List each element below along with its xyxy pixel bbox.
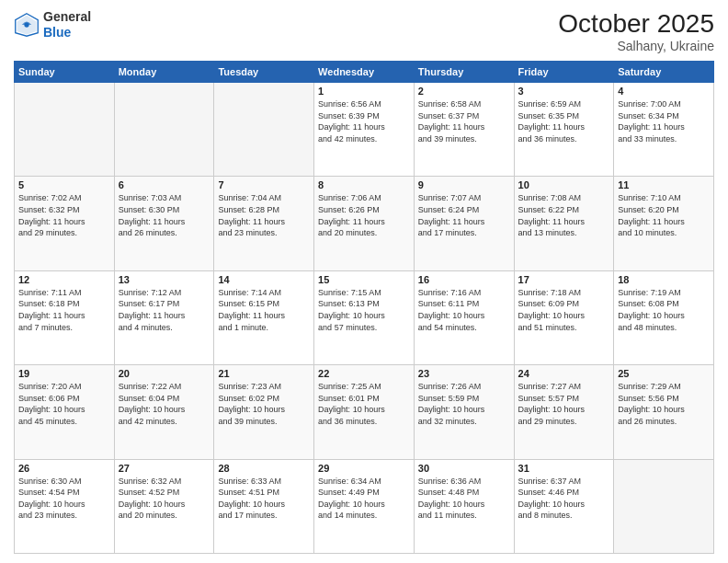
table-row: 15Sunrise: 7:15 AM Sunset: 6:13 PM Dayli… <box>314 270 415 364</box>
table-row: 5Sunrise: 7:02 AM Sunset: 6:32 PM Daylig… <box>15 177 115 270</box>
day-number: 14 <box>218 274 310 285</box>
day-info: Sunrise: 7:02 AM Sunset: 6:32 PM Dayligh… <box>18 192 110 238</box>
day-info: Sunrise: 7:10 AM Sunset: 6:20 PM Dayligh… <box>618 192 710 238</box>
day-number: 11 <box>618 179 710 190</box>
table-row: 6Sunrise: 7:03 AM Sunset: 6:30 PM Daylig… <box>114 177 214 270</box>
header-friday: Friday <box>514 62 614 83</box>
day-info: Sunrise: 6:34 AM Sunset: 4:49 PM Dayligh… <box>318 476 410 522</box>
day-info: Sunrise: 7:14 AM Sunset: 6:15 PM Dayligh… <box>218 287 310 333</box>
day-info: Sunrise: 7:20 AM Sunset: 6:06 PM Dayligh… <box>18 381 110 427</box>
table-row: 24Sunrise: 7:27 AM Sunset: 5:57 PM Dayli… <box>514 365 614 459</box>
day-number: 3 <box>518 86 610 97</box>
calendar-week-row: 19Sunrise: 7:20 AM Sunset: 6:06 PM Dayli… <box>15 365 714 459</box>
day-number: 12 <box>18 274 110 285</box>
day-info: Sunrise: 7:22 AM Sunset: 6:04 PM Dayligh… <box>119 381 210 427</box>
page: General Blue October 2025 Salhany, Ukrai… <box>0 0 728 563</box>
table-row: 10Sunrise: 7:08 AM Sunset: 6:22 PM Dayli… <box>514 177 614 270</box>
day-info: Sunrise: 6:30 AM Sunset: 4:54 PM Dayligh… <box>18 476 110 522</box>
day-number: 8 <box>318 179 410 190</box>
day-number: 10 <box>518 179 610 190</box>
day-info: Sunrise: 6:56 AM Sunset: 6:39 PM Dayligh… <box>318 98 410 144</box>
day-info: Sunrise: 6:59 AM Sunset: 6:35 PM Dayligh… <box>518 98 610 144</box>
table-row: 29Sunrise: 6:34 AM Sunset: 4:49 PM Dayli… <box>314 459 415 553</box>
logo-icon <box>14 12 40 38</box>
calendar-table: Sunday Monday Tuesday Wednesday Thursday… <box>14 61 714 554</box>
day-info: Sunrise: 7:26 AM Sunset: 5:59 PM Dayligh… <box>418 381 510 427</box>
day-number: 20 <box>119 368 210 379</box>
day-info: Sunrise: 7:15 AM Sunset: 6:13 PM Dayligh… <box>318 287 410 333</box>
calendar-week-row: 5Sunrise: 7:02 AM Sunset: 6:32 PM Daylig… <box>15 177 714 270</box>
day-number: 15 <box>318 274 410 285</box>
header-monday: Monday <box>114 62 214 83</box>
table-row: 19Sunrise: 7:20 AM Sunset: 6:06 PM Dayli… <box>15 365 115 459</box>
header-sunday: Sunday <box>15 62 115 83</box>
day-number: 31 <box>518 463 610 474</box>
table-row <box>114 83 214 177</box>
day-number: 22 <box>318 368 410 379</box>
day-number: 6 <box>119 179 210 190</box>
day-number: 18 <box>618 274 710 285</box>
day-info: Sunrise: 7:11 AM Sunset: 6:18 PM Dayligh… <box>18 287 110 333</box>
table-row: 21Sunrise: 7:23 AM Sunset: 6:02 PM Dayli… <box>214 365 314 459</box>
logo-general: General <box>43 9 91 24</box>
table-row: 12Sunrise: 7:11 AM Sunset: 6:18 PM Dayli… <box>15 270 115 364</box>
header-tuesday: Tuesday <box>214 62 314 83</box>
day-info: Sunrise: 7:29 AM Sunset: 5:56 PM Dayligh… <box>618 381 710 427</box>
calendar-week-row: 12Sunrise: 7:11 AM Sunset: 6:18 PM Dayli… <box>15 270 714 364</box>
month-title: October 2025 <box>558 9 714 39</box>
header: General Blue October 2025 Salhany, Ukrai… <box>14 9 714 53</box>
day-number: 16 <box>418 274 510 285</box>
day-info: Sunrise: 7:23 AM Sunset: 6:02 PM Dayligh… <box>218 381 310 427</box>
table-row: 27Sunrise: 6:32 AM Sunset: 4:52 PM Dayli… <box>114 459 214 553</box>
day-number: 25 <box>618 368 710 379</box>
svg-point-2 <box>24 22 28 27</box>
day-number: 21 <box>218 368 310 379</box>
day-info: Sunrise: 7:18 AM Sunset: 6:09 PM Dayligh… <box>518 287 610 333</box>
day-info: Sunrise: 7:07 AM Sunset: 6:24 PM Dayligh… <box>418 192 510 238</box>
weekday-header-row: Sunday Monday Tuesday Wednesday Thursday… <box>15 62 714 83</box>
table-row: 23Sunrise: 7:26 AM Sunset: 5:59 PM Dayli… <box>414 365 514 459</box>
day-info: Sunrise: 7:03 AM Sunset: 6:30 PM Dayligh… <box>119 192 210 238</box>
header-thursday: Thursday <box>414 62 514 83</box>
table-row: 20Sunrise: 7:22 AM Sunset: 6:04 PM Dayli… <box>114 365 214 459</box>
title-block: October 2025 Salhany, Ukraine <box>558 9 714 53</box>
table-row: 2Sunrise: 6:58 AM Sunset: 6:37 PM Daylig… <box>414 83 514 177</box>
day-number: 5 <box>18 179 110 190</box>
table-row: 31Sunrise: 6:37 AM Sunset: 4:46 PM Dayli… <box>514 459 614 553</box>
logo-blue: Blue <box>43 25 71 40</box>
day-number: 27 <box>119 463 210 474</box>
table-row: 9Sunrise: 7:07 AM Sunset: 6:24 PM Daylig… <box>414 177 514 270</box>
logo-text: General Blue <box>43 9 91 40</box>
header-saturday: Saturday <box>614 62 714 83</box>
table-row: 16Sunrise: 7:16 AM Sunset: 6:11 PM Dayli… <box>414 270 514 364</box>
day-number: 9 <box>418 179 510 190</box>
table-row: 13Sunrise: 7:12 AM Sunset: 6:17 PM Dayli… <box>114 270 214 364</box>
day-number: 4 <box>618 86 710 97</box>
day-number: 1 <box>318 86 410 97</box>
day-info: Sunrise: 7:00 AM Sunset: 6:34 PM Dayligh… <box>618 98 710 144</box>
table-row: 8Sunrise: 7:06 AM Sunset: 6:26 PM Daylig… <box>314 177 415 270</box>
day-info: Sunrise: 7:16 AM Sunset: 6:11 PM Dayligh… <box>418 287 510 333</box>
day-info: Sunrise: 6:36 AM Sunset: 4:48 PM Dayligh… <box>418 476 510 522</box>
table-row: 17Sunrise: 7:18 AM Sunset: 6:09 PM Dayli… <box>514 270 614 364</box>
calendar-week-row: 26Sunrise: 6:30 AM Sunset: 4:54 PM Dayli… <box>15 459 714 553</box>
day-info: Sunrise: 7:12 AM Sunset: 6:17 PM Dayligh… <box>119 287 210 333</box>
day-info: Sunrise: 7:27 AM Sunset: 5:57 PM Dayligh… <box>518 381 610 427</box>
day-number: 29 <box>318 463 410 474</box>
day-info: Sunrise: 7:06 AM Sunset: 6:26 PM Dayligh… <box>318 192 410 238</box>
day-number: 24 <box>518 368 610 379</box>
location: Salhany, Ukraine <box>558 39 714 53</box>
table-row: 18Sunrise: 7:19 AM Sunset: 6:08 PM Dayli… <box>614 270 714 364</box>
day-number: 13 <box>119 274 210 285</box>
day-info: Sunrise: 7:25 AM Sunset: 6:01 PM Dayligh… <box>318 381 410 427</box>
table-row <box>614 459 714 553</box>
day-info: Sunrise: 7:08 AM Sunset: 6:22 PM Dayligh… <box>518 192 610 238</box>
day-info: Sunrise: 6:32 AM Sunset: 4:52 PM Dayligh… <box>119 476 210 522</box>
table-row: 30Sunrise: 6:36 AM Sunset: 4:48 PM Dayli… <box>414 459 514 553</box>
table-row: 3Sunrise: 6:59 AM Sunset: 6:35 PM Daylig… <box>514 83 614 177</box>
day-info: Sunrise: 6:37 AM Sunset: 4:46 PM Dayligh… <box>518 476 610 522</box>
table-row <box>15 83 115 177</box>
table-row: 7Sunrise: 7:04 AM Sunset: 6:28 PM Daylig… <box>214 177 314 270</box>
table-row: 11Sunrise: 7:10 AM Sunset: 6:20 PM Dayli… <box>614 177 714 270</box>
day-info: Sunrise: 6:58 AM Sunset: 6:37 PM Dayligh… <box>418 98 510 144</box>
